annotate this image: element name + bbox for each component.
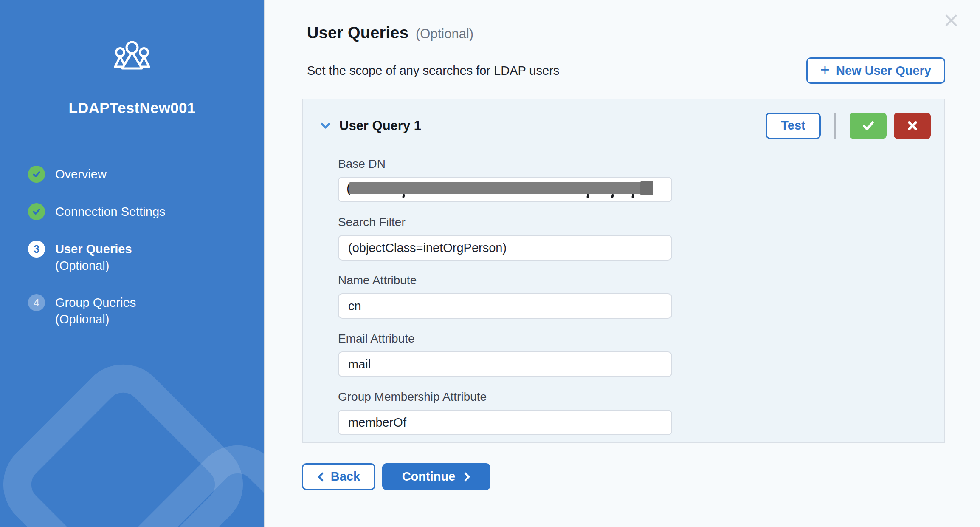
step-connection-settings[interactable]: Connection Settings xyxy=(28,203,264,220)
group-membership-attribute-label: Group Membership Attribute xyxy=(338,390,672,404)
step-user-queries[interactable]: 3 User Queries (Optional) xyxy=(28,241,264,274)
delete-query-button[interactable] xyxy=(894,113,931,139)
x-icon xyxy=(906,119,919,132)
name-attribute-input[interactable] xyxy=(338,293,672,319)
search-filter-label: Search Filter xyxy=(338,215,672,229)
name-attribute-label: Name Attribute xyxy=(338,274,672,287)
chevron-right-icon xyxy=(464,472,470,482)
step-group-queries[interactable]: 4 Group Queries (Optional) xyxy=(28,294,264,327)
page-title: User Queries xyxy=(307,24,408,42)
users-group-icon xyxy=(112,41,152,75)
group-membership-attribute-field: Group Membership Attribute xyxy=(338,390,672,435)
wizard-sidebar: LDAPTestNew001 Overview xyxy=(0,0,265,527)
connection-name: LDAPTestNew001 xyxy=(0,99,264,116)
user-query-title: User Query 1 xyxy=(339,118,421,133)
optional-tag: (Optional) xyxy=(416,26,473,42)
confirm-query-button[interactable] xyxy=(850,113,887,139)
search-filter-field: Search Filter xyxy=(338,215,672,261)
step-overview[interactable]: Overview xyxy=(28,166,264,183)
base-dn-field: Base DN ( xyxy=(338,157,672,202)
email-attribute-field: Email Attribute xyxy=(338,332,672,377)
step-label: Group Queries xyxy=(55,294,136,311)
test-button[interactable]: Test xyxy=(766,113,821,139)
actions-divider xyxy=(834,113,836,139)
check-icon xyxy=(861,119,876,132)
step-complete-icon xyxy=(28,166,45,183)
group-membership-attribute-input[interactable] xyxy=(338,410,672,435)
email-attribute-input[interactable] xyxy=(338,351,672,377)
page-subtitle: Set the scope of any searches for LDAP u… xyxy=(307,64,559,78)
user-query-panel-header: User Query 1 Test xyxy=(320,112,931,139)
plus-icon: + xyxy=(820,62,830,78)
step-sublabel: (Optional) xyxy=(55,258,132,274)
continue-label: Continue xyxy=(402,470,456,484)
step-label: Overview xyxy=(55,166,107,183)
step-complete-icon xyxy=(28,203,45,220)
step-label: Connection Settings xyxy=(55,203,166,220)
base-dn-label: Base DN xyxy=(338,157,672,171)
name-attribute-field: Name Attribute xyxy=(338,274,672,319)
wizard-footer: Back Continue xyxy=(302,463,945,490)
user-query-panel: User Query 1 Test xyxy=(302,99,945,443)
new-user-query-button[interactable]: + New User Query xyxy=(806,57,945,84)
step-sublabel: (Optional) xyxy=(55,311,136,327)
chevron-down-icon[interactable] xyxy=(320,122,331,130)
page-subheader: Set the scope of any searches for LDAP u… xyxy=(307,57,945,84)
step-number-badge: 3 xyxy=(28,241,45,258)
search-filter-input[interactable] xyxy=(338,235,672,261)
back-label: Back xyxy=(331,470,360,484)
chevron-left-icon xyxy=(317,472,324,482)
user-queries-page: User Queries (Optional) Set the scope of… xyxy=(265,0,980,527)
page-header: User Queries (Optional) xyxy=(307,24,945,42)
base-dn-input[interactable] xyxy=(338,177,672,202)
back-button[interactable]: Back xyxy=(302,463,375,490)
user-query-actions: Test xyxy=(766,113,931,139)
email-attribute-label: Email Attribute xyxy=(338,332,672,346)
step-label: User Queries xyxy=(55,241,132,258)
wizard-steps: Overview Connection Settings 3 User Quer… xyxy=(28,166,264,327)
step-number-badge: 4 xyxy=(28,294,45,311)
ldap-wizard-modal: LDAPTestNew001 Overview xyxy=(0,0,980,527)
new-user-query-label: New User Query xyxy=(836,64,931,78)
close-icon[interactable] xyxy=(943,12,960,29)
user-query-fields: Base DN ( Search Filter xyxy=(338,157,672,435)
continue-button[interactable]: Continue xyxy=(382,463,490,490)
